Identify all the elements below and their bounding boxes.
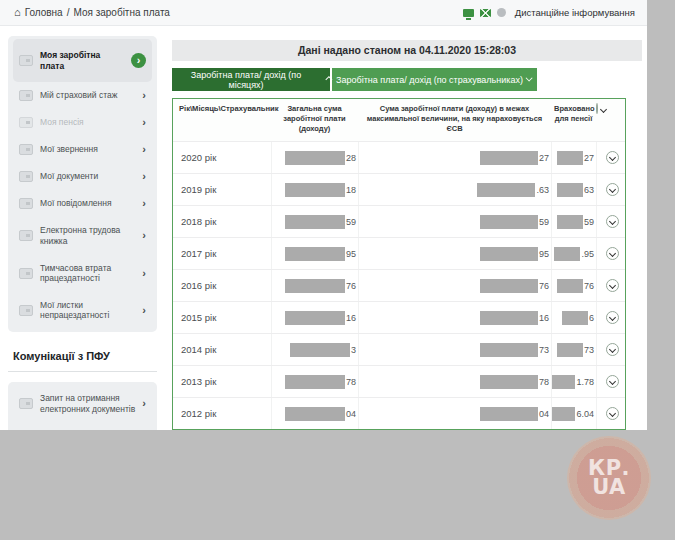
redaction-box [480, 151, 538, 165]
year-cell: 2016 рік [173, 270, 271, 301]
redaction-box [285, 215, 345, 229]
envelope-icon[interactable] [480, 9, 491, 17]
sidebar-item[interactable]: Мої листки непрацездатності › [13, 292, 152, 329]
header-year-column: Рік\Місяць\Страхувальник [173, 104, 271, 114]
expand-row-button[interactable] [606, 311, 619, 324]
pension-amount-cell: 59 [551, 206, 596, 237]
total-amount-cell: 59 [271, 206, 358, 237]
chevron-right-icon: › [142, 171, 146, 182]
chevron-right-icon: › [142, 90, 146, 101]
sidebar-section-title: Комунікації з ПФУ [8, 344, 157, 372]
table-row: 2019 рік 18 .63 63 [173, 173, 625, 205]
sidebar-item[interactable]: Моя пенсія › [13, 109, 152, 136]
pension-amount-cell: 6 [551, 302, 596, 333]
chevron-right-icon: › [142, 305, 146, 316]
document-icon [19, 398, 33, 409]
table-row: 2012 рік 04 04 6.04 [173, 397, 625, 429]
redaction-box [477, 183, 535, 197]
tab-salary-by-insurers[interactable]: Заробітна плата/ дохід (по страхувальник… [332, 68, 537, 91]
table-row: 2014 рік 3 73 73 [173, 333, 625, 365]
sidebar-communications-card: Запит на отримання електронних документі… [8, 382, 157, 430]
expand-row-button[interactable] [606, 183, 619, 196]
sidebar-item[interactable]: Електронна трудова книжка › [13, 217, 152, 254]
chevron-right-icon: › [142, 268, 146, 279]
redaction-box [285, 407, 345, 421]
active-arrow-button[interactable]: › [131, 53, 146, 68]
redaction-box [285, 183, 345, 197]
header-pension-column: Враховано для пенсії [551, 104, 596, 124]
sidebar: Моя заробітна плата › Мій страховий стаж… [0, 26, 165, 430]
redaction-box [557, 279, 583, 293]
expand-row-button[interactable] [606, 247, 619, 260]
chevron-right-icon: › [142, 198, 146, 209]
expand-row-button[interactable] [606, 375, 619, 388]
topbar-right: Дистанційне інформування [463, 7, 635, 18]
pension-amount-cell: 6.04 [551, 398, 596, 429]
esv-amount-cell: .63 [358, 174, 551, 205]
year-cell: 2014 рік [173, 334, 271, 365]
sidebar-item[interactable]: Тимчасова втрата працездатності › [13, 255, 152, 292]
sidebar-item[interactable]: Запит на отримання електронних документі… [13, 385, 152, 422]
pension-amount-cell: 27 [551, 142, 596, 173]
expand-row-button[interactable] [606, 279, 619, 292]
tab-salary-by-months[interactable]: Заробітна плата/ дохід (по місяцях) [172, 68, 330, 91]
breadcrumb-current: Моя заробітна плата [73, 7, 169, 18]
sidebar-item[interactable]: Мої документи › [13, 163, 152, 190]
esv-amount-cell: 16 [358, 302, 551, 333]
phone-icon[interactable] [497, 8, 506, 17]
expand-row-button[interactable] [606, 215, 619, 228]
redaction-box [557, 151, 583, 165]
chevron-right-icon: › [142, 230, 146, 241]
book-icon [19, 230, 33, 241]
sidebar-item[interactable]: Мої звернення › [13, 136, 152, 163]
redaction-box [554, 247, 580, 261]
redaction-box [285, 311, 345, 325]
esv-amount-cell: 78 [358, 366, 551, 397]
envelope-icon [19, 198, 33, 209]
kp-ua-watermark-logo: КР. UA [567, 436, 651, 524]
webpage: ⌂ Головна / Моя заробітна плата Дистанці… [0, 0, 647, 430]
year-cell: 2013 рік [173, 366, 271, 397]
home-icon[interactable]: ⌂ [14, 7, 21, 18]
redaction-box [552, 375, 575, 389]
sidebar-item[interactable]: Моя заробітна плата › [13, 39, 152, 82]
remote-informing-link[interactable]: Дистанційне інформування [515, 7, 635, 18]
chevron-right-icon: › [142, 398, 146, 409]
tabs: Заробітна плата/ дохід (по місяцях) Заро… [172, 68, 640, 91]
table-row: 2013 рік 78 78 1.78 [173, 365, 625, 397]
year-cell: 2018 рік [173, 206, 271, 237]
year-cell: 2017 рік [173, 238, 271, 269]
total-amount-cell: 95 [271, 238, 358, 269]
collapse-all-button[interactable] [596, 103, 598, 114]
pension-amount-cell: 1.78 [551, 366, 596, 397]
table-row: 2018 рік 59 59 59 [173, 205, 625, 237]
redaction-box [557, 215, 583, 229]
pension-amount-cell: 63 [551, 174, 596, 205]
redaction-box [480, 407, 538, 421]
id-card-icon [19, 90, 33, 101]
chat-icon [19, 144, 33, 155]
total-amount-cell: 28 [271, 142, 358, 173]
expand-row-button[interactable] [606, 343, 619, 356]
table-row: 2017 рік 95 95 .95 [173, 237, 625, 269]
redaction-box [562, 311, 588, 325]
breadcrumb-home-link[interactable]: Головна [25, 7, 63, 18]
year-cell: 2019 рік [173, 174, 271, 205]
sidebar-item[interactable]: Мої повідомлення › [13, 190, 152, 217]
redaction-box [480, 375, 538, 389]
header-esv-column: Сума заробітної плати (доходу) в межах м… [358, 104, 551, 133]
expand-row-button[interactable] [606, 407, 619, 420]
redaction-box [557, 183, 583, 197]
expand-row-button[interactable] [606, 151, 619, 164]
sidebar-item[interactable]: Анкета для зміни даних в Реєстрі застрах… [13, 422, 152, 430]
redaction-box [480, 343, 538, 357]
wallet-icon [19, 55, 33, 66]
document-icon [19, 171, 33, 182]
redaction-box [480, 247, 538, 261]
sidebar-item[interactable]: Мій страховий стаж › [13, 82, 152, 109]
total-amount-cell: 18 [271, 174, 358, 205]
monitor-icon[interactable] [463, 9, 474, 17]
breadcrumb: ⌂ Головна / Моя заробітна плата [14, 7, 170, 18]
main-content: Дані надано станом на 04.11.2020 15:28:0… [165, 26, 647, 430]
table-row: 2020 рік 28 27 27 [173, 141, 625, 173]
